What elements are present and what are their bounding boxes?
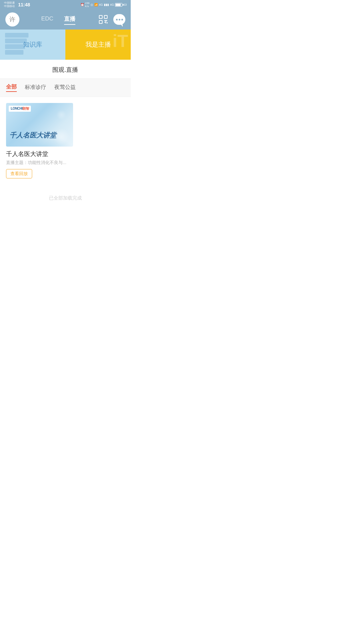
- host-label: 我是主播: [85, 40, 111, 49]
- knowledge-base-banner[interactable]: 知识库: [0, 30, 65, 60]
- filter-tab-all[interactable]: 全部: [6, 84, 17, 92]
- card-thumbnail: LONCHI朗智 千人名医大讲堂: [6, 103, 73, 147]
- page-title-bar: 围观.直播: [0, 60, 131, 79]
- hotspot-icon: ◎: [90, 3, 93, 6]
- replay-button[interactable]: 查看回放: [6, 169, 32, 178]
- dot-3: [121, 19, 123, 20]
- scan-icon: [99, 15, 108, 24]
- filter-tab-nightcare[interactable]: 夜莺公益: [54, 84, 76, 92]
- tab-edc[interactable]: EDC: [41, 15, 53, 23]
- carrier-info: 中国联通 中国移动: [4, 1, 15, 8]
- signal-4g-2-icon: 4G: [110, 3, 114, 6]
- content-area: LONCHI朗智 千人名医大讲堂 千人名医大讲堂 直播主题：功能性消化不良与..…: [0, 97, 131, 214]
- list-item[interactable]: LONCHI朗智 千人名医大讲堂 千人名医大讲堂 直播主题：功能性消化不良与..…: [6, 103, 125, 178]
- filter-tabs: 全部 标准诊疗 夜莺公益: [0, 79, 131, 97]
- card-subtitle: 直播主题：功能性消化不良与...: [6, 160, 125, 166]
- dot-1: [116, 19, 118, 20]
- nav-bar: 许 EDC 直播: [0, 9, 131, 30]
- wifi-icon: 📶: [94, 3, 98, 6]
- battery-percent: 63: [123, 3, 127, 6]
- status-bar: 中国联通 中国移动 11:48 ⏰ 156K/s ◎ 📶 4G ▮▮▮ 4G 6…: [0, 0, 131, 9]
- card-logo: LONCHI朗智: [9, 106, 31, 112]
- dot-2: [119, 19, 120, 20]
- load-complete-text: 已全部加载完成: [6, 185, 125, 208]
- page-title: 围观.直播: [52, 66, 78, 74]
- host-banner[interactable]: iT 我是主播: [65, 30, 131, 60]
- svg-rect-2: [99, 20, 102, 23]
- message-dots: [116, 19, 123, 20]
- avatar[interactable]: 许: [5, 12, 19, 26]
- nav-actions: [97, 13, 125, 25]
- speed-icon: 156K/s: [85, 2, 89, 8]
- signal-bars-icon: ▮▮▮: [104, 3, 109, 6]
- scan-button[interactable]: [97, 13, 109, 25]
- banner-section: 知识库 iT 我是主播: [0, 30, 131, 60]
- tab-live[interactable]: 直播: [64, 15, 75, 24]
- status-time: 11:48: [18, 2, 30, 7]
- filter-tab-standard[interactable]: 标准诊疗: [25, 84, 46, 92]
- status-icons: ⏰ 156K/s ◎ 📶 4G ▮▮▮ 4G 63: [80, 2, 127, 8]
- banner-deco: iT: [113, 32, 128, 50]
- nav-tabs: EDC 直播: [19, 15, 97, 24]
- battery-icon: [115, 3, 122, 7]
- message-button[interactable]: [113, 14, 125, 25]
- alarm-icon: ⏰: [80, 3, 84, 6]
- signal-4g-icon: 4G: [99, 3, 103, 6]
- svg-rect-1: [104, 15, 107, 18]
- knowledge-base-label: 知识库: [23, 40, 42, 49]
- card-title: 千人名医大讲堂: [6, 150, 125, 158]
- svg-rect-0: [99, 15, 102, 18]
